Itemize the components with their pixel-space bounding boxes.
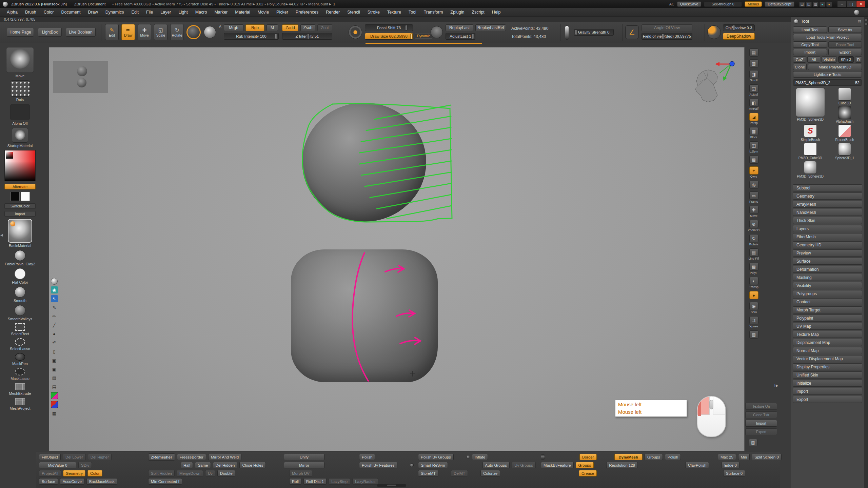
current-tool-row[interactable]: PM3D_Sphere3D_2 52 xyxy=(793,79,862,86)
menu-item[interactable]: Alpha xyxy=(3,9,21,16)
shelf-button[interactable]: Del Lower xyxy=(63,454,86,460)
tool-subpalette-header[interactable]: Layers xyxy=(793,225,862,232)
replay-last-rel-button[interactable]: ReplayLastRel xyxy=(475,24,506,31)
tool-subpalette-header[interactable]: Initialize xyxy=(793,380,862,387)
shelf-button[interactable]: Surface 0 xyxy=(723,470,745,476)
shelf-button[interactable]: Crease xyxy=(579,470,597,476)
grid-snap-button[interactable]: ▩ xyxy=(745,156,762,164)
scroll-button[interactable]: ◨ Scroll xyxy=(745,70,762,82)
save-as-button[interactable]: Save As xyxy=(828,26,862,33)
focal-icon[interactable] xyxy=(349,25,362,39)
tool-subpalette-header[interactable]: Visibility xyxy=(793,282,862,289)
shelf-button[interactable]: MidValue 0 xyxy=(39,462,76,468)
shelf-button[interactable]: Double xyxy=(217,470,235,476)
obj-shadow-slider[interactable]: ObjShadow 0.3 xyxy=(723,24,755,31)
tool-subpalette-header[interactable]: UV Map xyxy=(793,323,862,330)
shelf-button[interactable]: Groups xyxy=(645,454,663,460)
r-button[interactable]: R xyxy=(855,56,862,63)
tool-subpalette-header[interactable]: Subtool xyxy=(793,184,862,191)
clone-button[interactable]: Clone xyxy=(793,64,807,70)
menu-item[interactable]: Brush xyxy=(22,9,40,16)
white-swatch[interactable] xyxy=(21,192,30,201)
shelf-button[interactable]: Min xyxy=(738,454,750,460)
zadd-button[interactable]: Zadd xyxy=(282,24,298,31)
rgb-button[interactable]: Rgb xyxy=(245,24,264,31)
tool-thumbnail[interactable]: EraserBrush xyxy=(828,124,862,142)
palette-dock-icon[interactable]: ▥ xyxy=(813,2,818,7)
tool-thumbnail[interactable]: PM3D_Cube3D xyxy=(794,143,827,160)
shelf-button[interactable]: Max 25 xyxy=(718,454,736,460)
menu-item[interactable]: Zscript xyxy=(468,9,488,16)
mrgb-button[interactable]: Mrgb xyxy=(224,24,243,31)
shelf-button[interactable]: Polish xyxy=(665,454,681,460)
maximize-button[interactable]: ▢ xyxy=(847,1,856,7)
shelf-button[interactable]: LazyStep xyxy=(329,478,350,485)
palette-item-select-rect[interactable]: SelectRect xyxy=(11,323,29,336)
tool-subpalette-header[interactable]: Morph Target xyxy=(793,306,862,313)
palette-item-mesh-project[interactable]: MeshProject xyxy=(9,398,30,410)
menu-item[interactable]: Transform xyxy=(420,9,447,16)
active-tool-thumbnail[interactable]: PM3D_Sphere3D xyxy=(794,88,827,123)
edit-mode-button[interactable]: ✎ Edit xyxy=(105,24,119,40)
tool-subpalette-header[interactable]: ArrayMesh xyxy=(793,201,862,208)
copy-tool-button[interactable]: Copy Tool xyxy=(793,41,827,48)
tool-thumbnail[interactable]: Sphere3D_1 xyxy=(828,143,862,160)
shelf-button[interactable]: Half xyxy=(181,462,193,468)
menu-item[interactable]: Stroke xyxy=(364,9,383,16)
line-tool-icon[interactable]: ╱ xyxy=(51,322,58,329)
render-doc-icon[interactable]: ▤ xyxy=(745,48,762,57)
polish-features-toggle-dot[interactable] xyxy=(410,463,414,467)
persp-button[interactable]: ◢ Persp xyxy=(745,113,762,125)
menu-item[interactable]: Draw xyxy=(85,9,101,16)
note-tool-icon[interactable]: ▤ xyxy=(51,374,58,382)
color-picker-inner[interactable] xyxy=(6,151,13,159)
shelf-button[interactable]: MaskByFeature xyxy=(541,462,574,468)
shelf-button[interactable]: Del Higher xyxy=(88,454,112,460)
tool-subpalette-header[interactable]: Geometry HD xyxy=(793,241,862,248)
shelf-button[interactable]: MergeDown xyxy=(177,470,203,476)
shelf-button[interactable]: AccuCurve xyxy=(60,478,84,485)
shelf-button[interactable]: DelMT xyxy=(451,470,468,476)
shelf-button[interactable]: Unify xyxy=(284,454,324,460)
zcut-button[interactable]: Zcut xyxy=(317,24,332,31)
shelf-button[interactable]: FreezeBorder xyxy=(177,454,206,460)
menu-item[interactable]: File xyxy=(143,9,156,16)
dynamic-mode-button[interactable]: ● xyxy=(745,291,762,300)
tool-subpalette-header[interactable]: Export xyxy=(793,396,862,403)
shelf-button[interactable]: Split Hidden xyxy=(148,470,175,476)
shelf-button[interactable]: ZRemesher xyxy=(148,453,175,461)
stroke-preview-icon[interactable] xyxy=(204,26,216,38)
shelf-button[interactable]: FillObject xyxy=(39,454,61,460)
tool-import-button[interactable]: Import xyxy=(793,49,827,55)
tool-subpalette-header[interactable]: Normal Map xyxy=(793,347,862,354)
menu-item[interactable]: Texture xyxy=(384,9,405,16)
pencil-icon[interactable]: ✏ xyxy=(51,313,58,320)
swatch-green-magenta[interactable] xyxy=(51,392,58,399)
palette-item-smooth-valleys[interactable]: SmoothValleys xyxy=(8,305,33,321)
scale-mode-button[interactable]: ◱ Scale xyxy=(154,24,167,40)
document-canvas[interactable]: ◉↖✎✏╱●↶▯▣▣▤▤▦ Mouse leftMouse left xyxy=(49,47,745,451)
menu-item[interactable]: Macro xyxy=(192,9,211,16)
tool-export-button[interactable]: Export xyxy=(828,49,862,55)
perspective-icon[interactable]: ∠ xyxy=(625,25,639,39)
shelf-button[interactable]: Mirror And Weld xyxy=(208,454,241,460)
shelf-button[interactable]: Polish By Groups xyxy=(418,454,454,460)
palette-item-mask-pen[interactable]: MaskPen xyxy=(12,353,28,366)
palette-item-alpha-off[interactable]: Alpha Off xyxy=(10,104,30,125)
shelf-button[interactable]: Surface xyxy=(39,478,58,485)
draw-pointer-icon[interactable]: ✎ xyxy=(51,304,58,311)
palette-item-smooth[interactable]: Smooth xyxy=(14,287,26,303)
shelf-button[interactable]: ClayPolish xyxy=(685,462,709,468)
transparency-button[interactable]: ◐ Transp xyxy=(745,277,762,289)
line-fill-button[interactable]: ▤ Line Fill xyxy=(745,248,762,260)
floor-button[interactable]: ▦ Floor xyxy=(745,127,762,139)
tool-subpalette-header[interactable]: FiberMesh xyxy=(793,233,862,240)
color-import-button[interactable]: Import xyxy=(4,211,36,217)
grid-tool-icon[interactable]: ▦ xyxy=(51,410,58,417)
tool-subpalette-header[interactable]: Display Properties xyxy=(793,363,862,370)
shelf-button[interactable]: Auto Groups xyxy=(482,462,510,468)
make-polymesh3d-button[interactable]: Make PolyMesh3D xyxy=(808,64,862,70)
adjust-last-slider[interactable]: AdjustLast 1 xyxy=(446,33,475,40)
z-intensity-slider[interactable]: Z Intensity 51 xyxy=(282,33,332,40)
trash-icon[interactable]: ▯ xyxy=(51,348,58,355)
